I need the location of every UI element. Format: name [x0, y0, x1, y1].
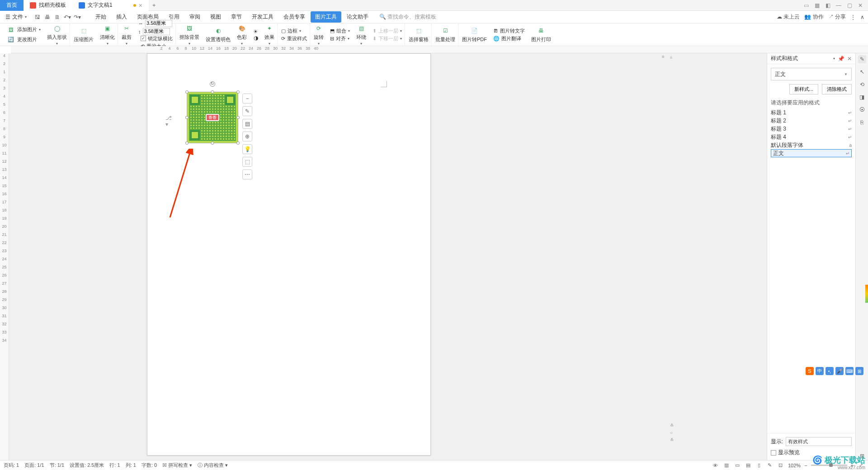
brightness-icon[interactable]: ☀ [253, 28, 258, 35]
apps-icon[interactable]: ▦ [814, 2, 820, 9]
close-panel-icon[interactable]: ✕ [847, 56, 852, 62]
skin-icon[interactable]: ◧ [825, 2, 831, 9]
settings-icon[interactable]: ⟲ [858, 80, 866, 89]
float-zoom-in-icon[interactable]: ⊕ [242, 132, 252, 141]
menu-tab-picturetools[interactable]: 图片工具 [311, 11, 341, 23]
color-button[interactable]: 🎨色彩▾ [237, 24, 247, 46]
print-preview-icon[interactable]: 🗎 [54, 14, 61, 21]
border-button[interactable]: ▢边框▾ [281, 28, 307, 34]
remove-bg-button[interactable]: 🖼抠除背景▾ [179, 24, 199, 46]
align-button[interactable]: ⊟对齐▾ [330, 35, 350, 42]
maximize-button[interactable]: ▢ [846, 2, 853, 9]
collapse-ribbon-icon[interactable]: ∧ [860, 14, 864, 20]
to-text-button[interactable]: 🖹图片转文字 [493, 28, 525, 34]
menu-tab-member[interactable]: 会员专享 [279, 11, 310, 23]
pen-mode-icon[interactable]: ✎ [766, 462, 774, 469]
resize-handle-br[interactable] [236, 141, 240, 145]
layout-icon[interactable]: ▭ [803, 2, 809, 9]
select-icon[interactable]: ↖ [858, 68, 866, 76]
pin-icon[interactable]: 📌 [838, 56, 844, 62]
wrap-button[interactable]: ▤环绕▾ [356, 24, 366, 46]
translate-button[interactable]: 🌐图片翻译 [493, 35, 525, 42]
float-wrap-icon[interactable]: ▤ [242, 119, 252, 129]
ime-tools-icon[interactable]: ⊞ [855, 367, 863, 375]
resize-handle-tl[interactable] [185, 90, 189, 94]
style-item[interactable]: 标题 4↵ [771, 133, 852, 141]
sb-section[interactable]: 节: 1/1 [50, 462, 64, 469]
location-icon[interactable]: ⦿ [858, 106, 866, 114]
view-outline-icon[interactable]: ▤ [745, 462, 752, 469]
more-icon[interactable]: ⋮ [850, 14, 856, 20]
menu-tab-insert[interactable]: 插入 [112, 11, 132, 23]
rotate-handle[interactable] [210, 81, 215, 87]
style-item[interactable]: 默认段落字体a [771, 141, 852, 149]
collab-button[interactable]: 👥 协作 [804, 13, 823, 21]
float-crop-icon[interactable]: ⬚ [242, 157, 252, 167]
close-window-button[interactable]: ✕ [857, 2, 863, 9]
lock-ratio-checkbox[interactable]: 锁定纵横比 [141, 35, 173, 42]
page-up-icon[interactable]: ≙ [670, 423, 676, 429]
sb-spell[interactable]: ☒ 拼写检查 ▾ [162, 462, 192, 469]
batch-button[interactable]: ☑批量处理 [435, 26, 455, 43]
current-style-select[interactable]: 正文 [771, 68, 852, 80]
pen-icon[interactable]: ✎ [858, 55, 866, 63]
sharpen-button[interactable]: ▣清晰化▾ [100, 24, 115, 46]
resize-handle-bl[interactable] [185, 141, 189, 145]
selected-qr-image[interactable]: 香香 [187, 92, 238, 143]
transparent-color-button[interactable]: ◐设置透明色 [206, 26, 231, 43]
print-image-button[interactable]: 🖶图片打印 [531, 26, 551, 43]
canvas[interactable]: ≡▵ ⎇ ▾ 香香 − [0, 53, 767, 460]
ime-voice-icon[interactable]: 🎤 [835, 367, 844, 375]
menu-tab-view[interactable]: 视图 [206, 11, 226, 23]
sb-content[interactable]: ⓘ 内容检查 ▾ [198, 462, 228, 469]
style-item[interactable]: 标题 2↵ [771, 117, 852, 125]
horizontal-ruler[interactable]: 246810121416182022242628303234363840 [11, 46, 868, 53]
ime-keyboard-icon[interactable]: ⌨ [845, 367, 854, 375]
feedback-tab-icon[interactable] [865, 285, 868, 303]
resize-handle-bm[interactable] [211, 141, 214, 145]
style-item-selected[interactable]: 正文↵ [771, 149, 852, 157]
view-read-icon[interactable]: ▯ [755, 462, 763, 469]
style-item[interactable]: 标题 3↵ [771, 125, 852, 133]
browse-object-icon[interactable]: ○ [670, 430, 676, 437]
resize-handle-mr[interactable] [236, 116, 240, 119]
menu-tab-devtools[interactable]: 开发工具 [247, 11, 278, 23]
shape-format-icon[interactable]: ◨ [858, 93, 866, 101]
scroll-up-icon[interactable]: ▵ [670, 54, 676, 61]
sb-page-num[interactable]: 页码: 1 [4, 462, 19, 469]
tab-document[interactable]: 文字文稿1 × [72, 0, 149, 11]
insert-shape-button[interactable]: ◯插入形状▾ [47, 24, 67, 46]
menu-tab-review[interactable]: 审阅 [185, 11, 205, 23]
save-icon[interactable]: 🖫 [34, 14, 41, 21]
ime-lang-button[interactable]: 中 [816, 367, 824, 375]
sogou-icon[interactable]: S [806, 367, 814, 375]
file-menu[interactable]: ☰ 文件 ▾ [4, 12, 28, 22]
reset-style-button[interactable]: ⟳重设样式 [281, 35, 307, 42]
fit-icon[interactable]: ⊡ [777, 462, 784, 469]
add-image-button[interactable]: 🖼添加图片▾ [6, 25, 41, 34]
view-page-icon[interactable]: ▥ [723, 462, 730, 469]
tab-home[interactable]: 首页 [0, 0, 24, 11]
move-up-button[interactable]: ⬆上移一层▾ [373, 28, 402, 34]
view-web-icon[interactable]: ▭ [734, 462, 741, 469]
print-icon[interactable]: 🖶 [44, 14, 51, 21]
new-style-button[interactable]: 新样式... [789, 84, 818, 94]
menu-tab-start[interactable]: 开始 [91, 11, 111, 23]
clear-format-button[interactable]: 清除格式 [822, 84, 852, 94]
contrast-icon[interactable]: ◑ [254, 35, 258, 41]
add-tab-button[interactable]: + [149, 2, 160, 9]
show-filter-select[interactable]: 有效样式 [786, 437, 852, 446]
resize-handle-ml[interactable] [185, 116, 189, 119]
combine-button[interactable]: ⬒组合▾ [330, 28, 350, 34]
select-pane-button[interactable]: ⬚选择窗格 [409, 26, 429, 43]
zoom-level[interactable]: 102% [788, 463, 801, 468]
minimize-button[interactable]: — [835, 2, 842, 9]
rotate-button[interactable]: ⟳旋转▾ [314, 24, 324, 46]
close-icon[interactable]: × [139, 2, 142, 9]
page-down-icon[interactable]: ≚ [670, 437, 676, 444]
float-more-icon[interactable]: ⋯ [242, 169, 252, 179]
float-edit-icon[interactable]: ✎ [242, 106, 252, 116]
redo-icon[interactable]: ↷▾ [74, 14, 81, 21]
cloud-status[interactable]: ☁ 未上云 [777, 13, 800, 21]
zoom-out-button[interactable]: − [804, 463, 807, 468]
